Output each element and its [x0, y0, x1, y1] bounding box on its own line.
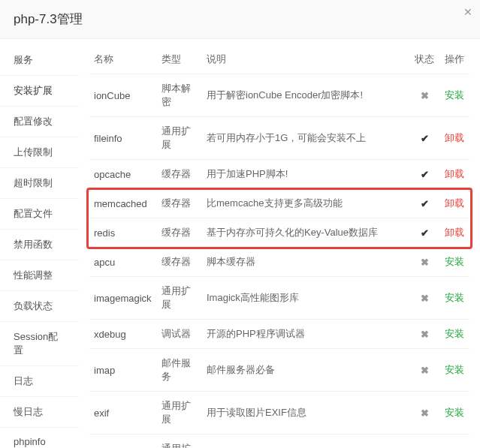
ext-action: 安装: [439, 320, 469, 349]
ext-name: imap: [89, 349, 157, 392]
x-icon: [409, 248, 439, 277]
install-button[interactable]: 安装: [445, 89, 464, 101]
sidebar-item-10[interactable]: 日志: [0, 366, 79, 397]
uninstall-button[interactable]: 卸载: [445, 132, 464, 143]
main-content: 名称 类型 说明 状态 操作 ionCube脚本解密用于解密ionCube En…: [79, 39, 480, 448]
ext-name: fileinfo: [89, 117, 157, 160]
install-button[interactable]: 安装: [445, 407, 464, 418]
x-icon: [409, 277, 439, 320]
check-icon: [409, 218, 439, 248]
ext-type: 脚本解密: [157, 74, 202, 117]
ext-action: 安装: [439, 74, 469, 117]
x-icon: [409, 320, 439, 349]
sidebar-item-6[interactable]: 禁用函数: [0, 230, 79, 260]
ext-desc: 脚本缓存器: [202, 248, 409, 277]
ext-type: 缓存器: [157, 248, 202, 277]
x-icon: [409, 74, 439, 117]
ext-name: apcu: [89, 248, 157, 277]
install-button[interactable]: 安装: [445, 364, 464, 375]
ext-action: 卸载: [439, 117, 469, 160]
sidebar-item-9[interactable]: Session配置: [0, 322, 79, 366]
ext-action: 安装: [439, 248, 469, 277]
ext-action: 卸载: [439, 218, 469, 248]
ext-desc: 提供国际化支持: [202, 434, 409, 449]
col-type: 类型: [157, 45, 202, 74]
table-row: intl通用扩展提供国际化支持安装: [89, 434, 469, 449]
ext-action: 安装: [439, 434, 469, 449]
ext-name: xdebug: [89, 320, 157, 349]
sidebar-item-8[interactable]: 负载状态: [0, 291, 79, 322]
ext-name: opcache: [89, 160, 157, 189]
check-icon: [409, 189, 439, 218]
ext-type: 通用扩展: [157, 277, 202, 320]
ext-desc: 邮件服务器必备: [202, 349, 409, 392]
ext-type: 通用扩展: [157, 117, 202, 160]
ext-action: 卸载: [439, 189, 469, 218]
table-row: xdebug调试器开源的PHP程序调试器安装: [89, 320, 469, 349]
install-button[interactable]: 安装: [445, 328, 464, 339]
table-row: apcu缓存器脚本缓存器安装: [89, 248, 469, 277]
uninstall-button[interactable]: 卸载: [445, 227, 464, 238]
table-row: opcache缓存器用于加速PHP脚本!卸载: [89, 160, 469, 189]
ext-action: 安装: [439, 349, 469, 392]
table-row: exif通用扩展用于读取图片EXIF信息安装: [89, 392, 469, 434]
table-row: imap邮件服务邮件服务器必备安装: [89, 349, 469, 392]
sidebar: 服务安装扩展配置修改上传限制超时限制配置文件禁用函数性能调整负载状态Sessio…: [0, 39, 79, 448]
col-desc: 说明: [202, 45, 409, 74]
col-status: 状态: [409, 45, 439, 74]
ext-name: ionCube: [89, 74, 157, 117]
sidebar-item-7[interactable]: 性能调整: [0, 260, 79, 291]
sidebar-item-1[interactable]: 安装扩展: [0, 76, 79, 107]
ext-type: 通用扩展: [157, 392, 202, 434]
ext-desc: 比memcache支持更多高级功能: [202, 189, 409, 218]
sidebar-item-2[interactable]: 配置修改: [0, 107, 79, 137]
ext-type: 调试器: [157, 320, 202, 349]
ext-action: 卸载: [439, 160, 469, 189]
ext-action: 安装: [439, 392, 469, 434]
ext-name: imagemagick: [89, 277, 157, 320]
ext-type: 通用扩展: [157, 434, 202, 449]
dialog-title: php-7.3管理: [14, 12, 83, 26]
ext-type: 缓存器: [157, 160, 202, 189]
col-action: 操作: [439, 45, 469, 74]
sidebar-item-0[interactable]: 服务: [0, 45, 79, 76]
table-row: fileinfo通用扩展若可用内存小于1G，可能会安装不上卸载: [89, 117, 469, 160]
ext-desc: 用于读取图片EXIF信息: [202, 392, 409, 434]
x-icon: [409, 349, 439, 392]
install-button[interactable]: 安装: [445, 256, 464, 267]
table-row: memcached缓存器比memcache支持更多高级功能卸载: [89, 189, 469, 218]
sidebar-item-12[interactable]: phpinfo: [0, 428, 79, 448]
ext-desc: 若可用内存小于1G，可能会安装不上: [202, 117, 409, 160]
x-icon: [409, 434, 439, 449]
ext-desc: 开源的PHP程序调试器: [202, 320, 409, 349]
dialog-header: php-7.3管理 ✕: [0, 0, 480, 39]
install-button[interactable]: 安装: [445, 292, 464, 303]
sidebar-item-5[interactable]: 配置文件: [0, 199, 79, 230]
ext-type: 邮件服务: [157, 349, 202, 392]
ext-action: 安装: [439, 277, 469, 320]
ext-name: intl: [89, 434, 157, 449]
ext-name: exif: [89, 392, 157, 434]
ext-desc: Imagick高性能图形库: [202, 277, 409, 320]
uninstall-button[interactable]: 卸载: [445, 197, 464, 209]
ext-name: memcached: [89, 189, 157, 218]
uninstall-button[interactable]: 卸载: [445, 168, 464, 179]
table-row: ionCube脚本解密用于解密ionCube Encoder加密脚本!安装: [89, 74, 469, 117]
ext-desc: 用于加速PHP脚本!: [202, 160, 409, 189]
sidebar-item-11[interactable]: 慢日志: [0, 397, 79, 428]
extensions-table: 名称 类型 说明 状态 操作 ionCube脚本解密用于解密ionCube En…: [89, 45, 469, 448]
col-name: 名称: [89, 45, 157, 74]
sidebar-item-3[interactable]: 上传限制: [0, 137, 79, 168]
table-row: imagemagick通用扩展Imagick高性能图形库安装: [89, 277, 469, 320]
table-row: redis缓存器基于内存亦可持久化的Key-Value数据库卸载: [89, 218, 469, 248]
ext-desc: 基于内存亦可持久化的Key-Value数据库: [202, 218, 409, 248]
x-icon: [409, 392, 439, 434]
ext-type: 缓存器: [157, 189, 202, 218]
ext-desc: 用于解密ionCube Encoder加密脚本!: [202, 74, 409, 117]
check-icon: [409, 117, 439, 160]
close-icon[interactable]: ✕: [463, 6, 472, 18]
ext-type: 缓存器: [157, 218, 202, 248]
check-icon: [409, 160, 439, 189]
ext-name: redis: [89, 218, 157, 248]
sidebar-item-4[interactable]: 超时限制: [0, 168, 79, 199]
